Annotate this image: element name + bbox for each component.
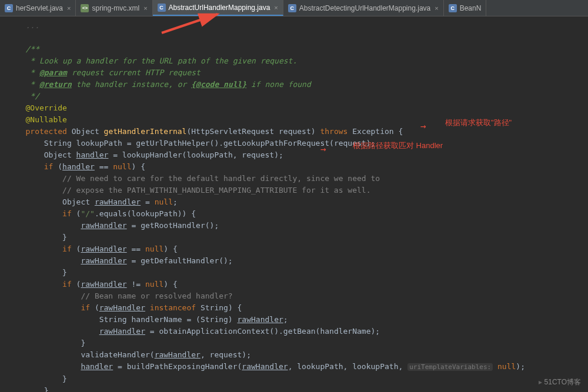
tab-spring-mvc[interactable]: <> spring-mvc.xml ×	[76, 0, 152, 16]
tab-label: spring-mvc.xml	[92, 4, 139, 12]
close-icon[interactable]: ×	[143, 5, 147, 12]
arrow-icon: →	[420, 120, 426, 132]
code-line: * @return the handler instance, or {@cod…	[12, 79, 588, 91]
arrow-icon: →	[320, 143, 326, 155]
code-line: */	[12, 91, 588, 102]
code-line: /**	[12, 43, 588, 55]
code-line: * @param request current HTTP request	[12, 67, 588, 79]
code-line: }	[12, 373, 588, 385]
tab-label: herServlet.java	[16, 4, 63, 12]
tab-label: AbstractDetectingUrlHandlerMapping.java	[299, 4, 430, 12]
tab-abstracturlhandlermapping[interactable]: C AbstractUrlHandlerMapping.java ×	[153, 0, 283, 16]
code-line: }	[12, 232, 588, 243]
close-icon[interactable]: ×	[274, 4, 278, 11]
code-line: }	[12, 337, 588, 349]
watermark: ▸ 51CTO博客	[539, 377, 581, 387]
code-line: String handlerName = (String) rawHandler…	[12, 314, 588, 326]
code-line: // expose the PATH_WITHIN_HANDLER_MAPPIN…	[12, 185, 588, 196]
code-line: * Look up a handler for the URL path of …	[12, 55, 588, 67]
java-icon: C	[5, 4, 13, 12]
annotation-text: 根据路径获取匹对 Handler	[353, 140, 443, 151]
code-line: if (rawHandler == null) {	[12, 243, 588, 255]
code-line: // We need to care for the default handl…	[12, 173, 588, 185]
code-line: ...	[12, 20, 588, 32]
code-line: // Bean name or resolved handler?	[12, 290, 588, 302]
tab-label: BeanN	[460, 4, 482, 12]
code-line: Object rawHandler = null;	[12, 196, 588, 208]
code-line: }	[12, 267, 588, 279]
tab-beann[interactable]: C BeanN	[444, 0, 487, 16]
tab-abstractdetecting[interactable]: C AbstractDetectingUrlHandlerMapping.jav…	[283, 0, 444, 16]
code-line: validateHandler(rawHandler, request);	[12, 349, 588, 361]
annotation-text: 根据请求获取"路径"	[445, 118, 512, 128]
code-editor[interactable]: ... /** * Look up a handler for the URL …	[0, 16, 588, 392]
code-line: if (rawHandler instanceof String) {	[12, 302, 588, 314]
code-line: if (handler == null) {	[12, 161, 588, 173]
java-icon: C	[288, 4, 296, 12]
code-line: rawHandler = obtainApplicationContext().…	[12, 326, 588, 337]
code-line: if (rawHandler != null) {	[12, 279, 588, 290]
xml-icon: <>	[81, 4, 89, 12]
close-icon[interactable]: ×	[435, 5, 438, 12]
java-icon: C	[158, 4, 166, 12]
code-line: if ("/".equals(lookupPath)) {	[12, 208, 588, 220]
editor-tabs: C herServlet.java × <> spring-mvc.xml × …	[0, 0, 588, 16]
code-line: rawHandler = getRootHandler();	[12, 220, 588, 232]
close-icon[interactable]: ×	[67, 5, 71, 12]
java-icon: C	[449, 4, 457, 12]
code-line: handler = buildPathExposingHandler(rawHa…	[12, 361, 588, 373]
code-line: rawHandler = getDefaultHandler();	[12, 255, 588, 267]
code-line: }	[12, 385, 588, 392]
code-line: String lookupPath = getUrlPathHelper().g…	[12, 138, 588, 149]
code-line: @Override	[12, 102, 588, 114]
tab-herservlet[interactable]: C herServlet.java ×	[0, 0, 76, 16]
tab-label: AbstractUrlHandlerMapping.java	[169, 4, 270, 12]
code-line	[12, 32, 588, 43]
code-line: Object handler = lookupHandler(lookupPat…	[12, 149, 588, 161]
